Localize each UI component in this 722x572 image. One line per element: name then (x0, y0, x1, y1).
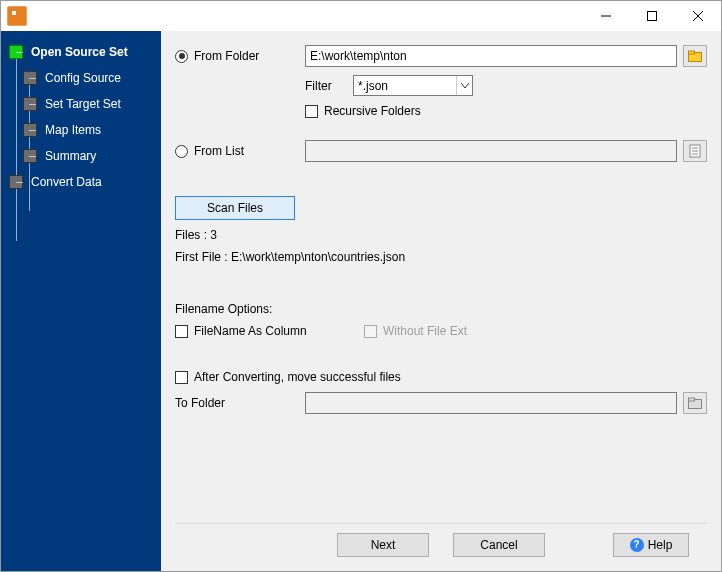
filter-value: *.json (354, 79, 456, 93)
step-convert-data[interactable]: Convert Data (1, 169, 161, 195)
app-icon (7, 6, 27, 26)
step-label: Open Source Set (31, 45, 128, 59)
to-folder-input (305, 392, 677, 414)
step-label: Summary (45, 149, 96, 163)
step-map-items[interactable]: Map Items (1, 117, 161, 143)
radio-icon (175, 50, 188, 63)
move-after-convert-label: After Converting, move successful files (194, 370, 401, 384)
from-list-label: From List (194, 144, 244, 158)
help-button[interactable]: ? Help (613, 533, 689, 557)
browse-folder-button[interactable] (683, 45, 707, 67)
step-label: Map Items (45, 123, 101, 137)
browse-to-folder-button[interactable] (683, 392, 707, 414)
help-icon: ? (630, 538, 644, 552)
step-label: Set Target Set (45, 97, 121, 111)
svg-rect-5 (689, 51, 695, 54)
cancel-button[interactable]: Cancel (453, 533, 545, 557)
svg-rect-11 (689, 398, 695, 401)
filter-label: Filter (305, 79, 353, 93)
filename-options-label: Filename Options: (175, 302, 272, 316)
filename-as-column-label: FileName As Column (194, 324, 364, 338)
recursive-folders-checkbox[interactable] (305, 105, 318, 118)
titlebar (1, 1, 721, 31)
main-panel: From Folder Filter *.json Recursive Fold… (161, 31, 721, 571)
move-after-convert-checkbox[interactable] (175, 371, 188, 384)
maximize-button[interactable] (629, 1, 675, 31)
step-set-target-set[interactable]: Set Target Set (1, 91, 161, 117)
without-file-ext-label: Without File Ext (383, 324, 467, 338)
scan-files-button[interactable]: Scan Files (175, 196, 295, 220)
wizard-steps-sidebar: Open Source Set Config Source Set Target… (1, 31, 161, 571)
filename-as-column-checkbox[interactable] (175, 325, 188, 338)
step-config-source[interactable]: Config Source (1, 65, 161, 91)
first-file-label: First File : E:\work\temp\nton\countries… (175, 250, 405, 264)
recursive-folders-label: Recursive Folders (324, 104, 421, 118)
next-button[interactable]: Next (337, 533, 429, 557)
files-count-label: Files : 3 (175, 228, 217, 242)
from-folder-label: From Folder (194, 49, 259, 63)
folder-path-input[interactable] (305, 45, 677, 67)
radio-icon (175, 145, 188, 158)
from-folder-radio[interactable]: From Folder (175, 49, 305, 63)
filter-select[interactable]: *.json (353, 75, 473, 96)
minimize-button[interactable] (583, 1, 629, 31)
step-label: Config Source (45, 71, 121, 85)
step-summary[interactable]: Summary (1, 143, 161, 169)
svg-rect-1 (648, 12, 657, 21)
wizard-footer: Next Cancel ? Help (175, 523, 707, 571)
to-folder-label: To Folder (175, 396, 305, 410)
chevron-down-icon (456, 76, 472, 95)
close-button[interactable] (675, 1, 721, 31)
from-list-radio[interactable]: From List (175, 144, 305, 158)
browse-list-button[interactable] (683, 140, 707, 162)
step-open-source-set[interactable]: Open Source Set (1, 39, 161, 65)
without-file-ext-checkbox (364, 325, 377, 338)
window-controls (583, 1, 721, 31)
list-path-input (305, 140, 677, 162)
step-label: Convert Data (31, 175, 102, 189)
